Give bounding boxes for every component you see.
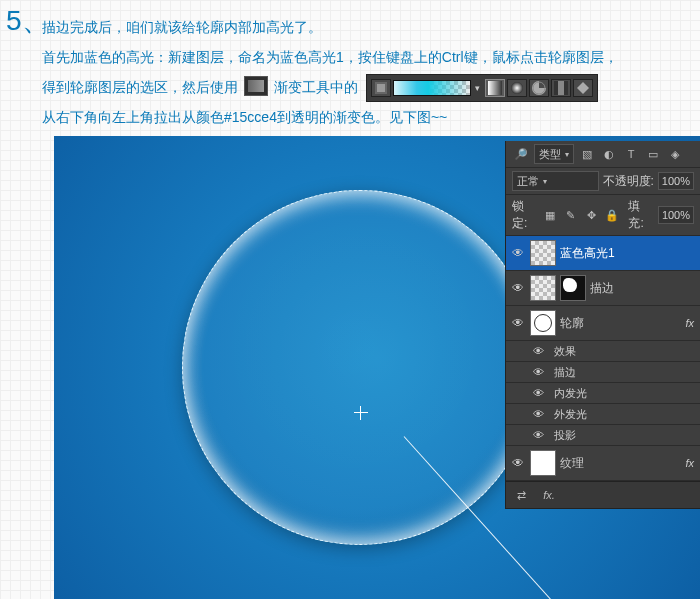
visibility-toggle[interactable]: 👁	[510, 316, 526, 330]
layer-thumbnail[interactable]	[530, 450, 556, 476]
layer-mask-thumbnail[interactable]	[560, 275, 586, 301]
layer-contour[interactable]: 👁 轮廓 fx	[506, 306, 700, 341]
effects-label: 效果	[554, 344, 576, 359]
visibility-toggle[interactable]: 👁	[530, 408, 546, 420]
effect-outer-glow[interactable]: 👁 外发光	[506, 404, 700, 425]
layer-blue-highlight[interactable]: 👁 蓝色高光1	[506, 236, 700, 271]
layers-list: 👁 蓝色高光1 👁 描边 👁 轮廓 fx 👁 效果	[506, 236, 700, 481]
filter-pixel-icon[interactable]: ▧	[578, 146, 596, 162]
lock-all-icon[interactable]: 🔒	[604, 207, 621, 223]
effect-inner-glow[interactable]: 👁 内发光	[506, 383, 700, 404]
effect-stroke[interactable]: 👁 描边	[506, 362, 700, 383]
visibility-toggle[interactable]: 👁	[510, 281, 526, 295]
layer-name: 轮廓	[560, 315, 681, 332]
gradient-swatch-button[interactable]	[371, 79, 391, 97]
text-line-4: 从右下角向左上角拉出从颜色#15cce4到透明的渐变色。见下图~~	[42, 102, 692, 132]
lock-paint-icon[interactable]: ✎	[562, 207, 579, 223]
filter-type-text-icon[interactable]: T	[622, 146, 640, 162]
effect-drop-shadow[interactable]: 👁 投影	[506, 425, 700, 446]
filter-shape-icon[interactable]: ▭	[644, 146, 662, 162]
svg-marker-8	[577, 82, 589, 94]
effect-label: 外发光	[554, 407, 587, 422]
gradient-preset-dropdown-arrow[interactable]: ▾	[473, 80, 483, 96]
layer-background[interactable]: 👁 纹理 fx	[506, 446, 700, 481]
text-line-3b: 渐变工具中的	[274, 79, 358, 95]
effect-label: 内发光	[554, 386, 587, 401]
fill-value: 100%	[662, 209, 690, 221]
layer-thumbnail[interactable]	[530, 240, 556, 266]
visibility-toggle[interactable]: 👁	[530, 345, 546, 357]
visibility-toggle[interactable]: 👁	[530, 429, 546, 441]
step-number-value: 5	[6, 5, 22, 36]
filter-type-label: 类型	[539, 147, 561, 162]
layer-effects-group: 👁 效果 👁 描边 👁 内发光 👁 外发光 👁 投影	[506, 341, 700, 446]
gradient-start-cursor	[354, 406, 368, 420]
panel-footer: ⇄ fx.	[506, 481, 700, 508]
layer-thumbnail[interactable]	[530, 310, 556, 336]
layer-stroke[interactable]: 👁 描边	[506, 271, 700, 306]
filter-smart-icon[interactable]: ◈	[666, 146, 684, 162]
layer-thumbnail[interactable]	[530, 275, 556, 301]
layer-name: 纹理	[560, 455, 681, 472]
gradient-angle-button[interactable]	[529, 79, 549, 97]
filter-adjust-icon[interactable]: ◐	[600, 146, 618, 162]
effect-label: 描边	[554, 365, 576, 380]
text-line-3a: 得到轮廓图层的选区，然后使用	[42, 79, 238, 95]
visibility-toggle[interactable]: 👁	[530, 387, 546, 399]
blend-mode-value: 正常	[517, 174, 539, 189]
opacity-input[interactable]: 100%	[658, 172, 694, 190]
text-line-2: 首先加蓝色的高光：新建图层，命名为蓝色高光1，按住键盘上的Ctrl键，鼠标点击轮…	[42, 42, 692, 72]
gradient-tool-icon	[244, 76, 268, 96]
layers-panel: 🔎 类型 ▾ ▧ ◐ T ▭ ◈ 正常 ▾ 不透明度: 100% 锁定: ▦	[505, 141, 700, 509]
fill-input[interactable]: 100%	[658, 206, 694, 224]
instructions: 描边完成后，咱们就该给轮廓内部加高光了。 首先加蓝色的高光：新建图层，命名为蓝色…	[42, 12, 692, 132]
layer-filter-bar: 🔎 类型 ▾ ▧ ◐ T ▭ ◈	[506, 141, 700, 168]
blend-mode-dropdown[interactable]: 正常 ▾	[512, 171, 599, 191]
gradient-radial-button[interactable]	[507, 79, 527, 97]
lock-transparent-icon[interactable]: ▦	[541, 207, 558, 223]
filter-type-dropdown[interactable]: 类型 ▾	[534, 144, 574, 164]
gradient-diamond-button[interactable]	[573, 79, 593, 97]
gradient-preview[interactable]	[393, 80, 471, 96]
fill-label: 填充:	[628, 198, 653, 232]
effect-label: 投影	[554, 428, 576, 443]
layer-name: 蓝色高光1	[560, 245, 696, 262]
svg-rect-1	[377, 84, 385, 92]
text-line-1: 描边完成后，咱们就该给轮廓内部加高光了。	[42, 12, 692, 42]
lock-move-icon[interactable]: ✥	[583, 207, 600, 223]
svg-point-3	[511, 82, 523, 94]
layer-fx-icon[interactable]: fx.	[540, 487, 558, 503]
marching-ants-selection	[182, 190, 537, 545]
opacity-value: 100%	[662, 175, 690, 187]
effects-header[interactable]: 👁 效果	[506, 341, 700, 362]
svg-rect-7	[564, 81, 568, 95]
visibility-toggle[interactable]: 👁	[510, 456, 526, 470]
lock-fill-row: 锁定: ▦ ✎ ✥ 🔒 填充: 100%	[506, 195, 700, 236]
gradient-options-toolbar: ▾	[366, 74, 598, 102]
opacity-label: 不透明度:	[603, 173, 654, 190]
gradient-reflected-button[interactable]	[551, 79, 571, 97]
svg-rect-6	[554, 81, 558, 95]
page: 5、 描边完成后，咱们就该给轮廓内部加高光了。 首先加蓝色的高光：新建图层，命名…	[0, 0, 700, 599]
layer-fx-badge: fx	[685, 457, 696, 469]
visibility-toggle[interactable]: 👁	[510, 246, 526, 260]
text-line-3: 得到轮廓图层的选区，然后使用 渐变工具中的 ▾	[42, 72, 692, 102]
layer-fx-badge: fx	[685, 317, 696, 329]
layer-name: 描边	[590, 280, 696, 297]
blend-opacity-row: 正常 ▾ 不透明度: 100%	[506, 168, 700, 195]
chevron-down-icon: ▾	[543, 177, 547, 186]
visibility-toggle[interactable]: 👁	[530, 366, 546, 378]
svg-rect-2	[488, 81, 502, 95]
lock-label: 锁定:	[512, 198, 537, 232]
link-layers-icon[interactable]: ⇄	[512, 487, 530, 503]
chevron-down-icon: ▾	[565, 150, 569, 159]
filter-search-icon[interactable]: 🔎	[512, 146, 530, 162]
gradient-linear-button[interactable]	[485, 79, 505, 97]
